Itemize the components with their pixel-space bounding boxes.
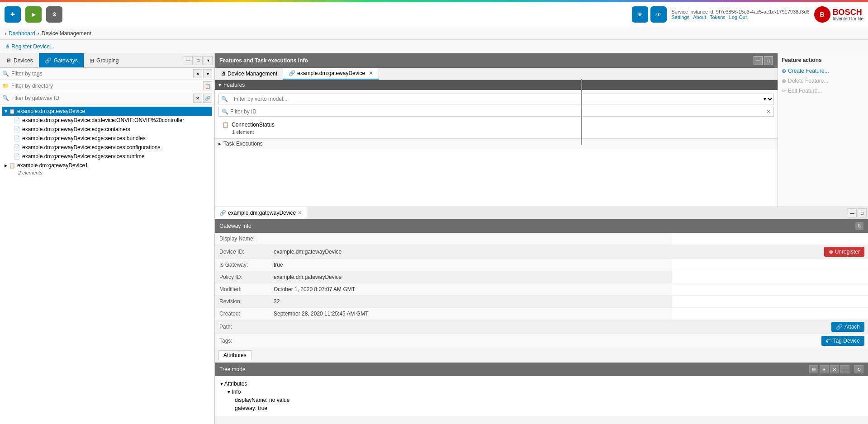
attach-button[interactable]: 🔗 Attach	[831, 322, 864, 332]
tag-device-button[interactable]: 🏷 Tag Device	[821, 336, 864, 346]
breadcrumb-sep: ›	[38, 30, 39, 37]
features-section-header[interactable]: ▾ Features	[215, 80, 778, 90]
tree-mode-btn-4[interactable]: —	[840, 365, 849, 373]
sub-tab-expand[interactable]: □	[858, 208, 867, 217]
tree-item-4[interactable]: 📄 example.dm:gatewayDevice:edge:services…	[11, 143, 212, 152]
filter-gateway-bar: 🔍 ✕ 🔗	[0, 92, 214, 104]
label-device-id: Device ID:	[215, 245, 269, 259]
vertical-divider	[581, 79, 582, 145]
filter-id-action[interactable]: ✕	[766, 108, 771, 115]
tree-root-item[interactable]: ▾ 📋 example.dm:gatewayDevice	[2, 107, 212, 116]
filter-tags-menu-btn[interactable]: ▾	[203, 69, 212, 78]
filter-id-input[interactable]	[230, 108, 766, 115]
tokens-link[interactable]: Tokens	[710, 14, 726, 20]
tree-item-2[interactable]: 📄 example.dm:gatewayDevice:edge:containe…	[11, 125, 212, 134]
filter-dir-actions: 📋	[203, 81, 212, 90]
sub-tab-minimize[interactable]: —	[848, 208, 857, 217]
settings-link[interactable]: Settings	[671, 14, 689, 20]
vorto-dropdown[interactable]: ▾	[762, 95, 773, 103]
feature-label: ConnectionStatus	[232, 122, 275, 128]
tree-mode-section: Tree mode ⊞ + ✕ — ↻ ▾ Attributes	[215, 363, 868, 416]
features-minimize-btn[interactable]: —	[754, 56, 763, 65]
tree-root2-item[interactable]: ▸ 📋 example.dm:gatewayDevice1	[2, 161, 212, 170]
tab-grouping[interactable]: ⊞ Grouping	[84, 53, 124, 67]
tree-expand-icon-2: ▸	[5, 162, 7, 169]
filter-tags-actions: ✕ ▾	[193, 69, 212, 78]
tree-child-1: 📄 example.dm:gatewayDevice:da:device:ONV…	[2, 116, 212, 161]
home-icon-btn[interactable]: ✚	[5, 6, 21, 23]
logout-link[interactable]: Log Out	[729, 14, 747, 20]
action-tag-cell: 🏷 Tag Device	[672, 334, 868, 348]
settings-icon-btn[interactable]: ⚙	[46, 6, 62, 23]
top-section: Features and Task executions Info — □ 🖥 …	[215, 53, 868, 207]
breadcrumb: › Dashboard › Device Management	[0, 27, 868, 40]
breadcrumb-dashboard[interactable]: Dashboard	[9, 30, 35, 37]
main-content: 🖥 Devices 🔗 Gateways ⊞ Grouping — □ ▾ 🔍	[0, 53, 868, 424]
tree-item-5[interactable]: 📄 example.dm:gatewayDevice:edge:services…	[11, 152, 212, 161]
tab-gateways[interactable]: 🔗 Gateways	[39, 53, 84, 67]
tree-mode-btn-2[interactable]: +	[820, 365, 829, 373]
tree-mode-btn-3[interactable]: ✕	[830, 365, 839, 373]
refresh-btn[interactable]: ↻	[855, 222, 863, 230]
label-revision: Revision:	[215, 296, 269, 308]
gateway-value: gateway: true	[235, 405, 267, 411]
tree-item-label-3: example.dm:gatewayDevice:edge:services:b…	[22, 135, 146, 141]
tree-mode-btn-1[interactable]: ⊞	[809, 365, 818, 373]
play-icon-btn[interactable]: ▶	[25, 6, 42, 23]
filter-vorto-input[interactable]	[230, 94, 762, 104]
panel-tab-gw[interactable]: 🔗 example.dm:gatewayDevice ✕	[283, 68, 379, 80]
eye-btn-1[interactable]: 👁	[632, 6, 648, 23]
task-executions-label: Task Executions	[223, 141, 263, 147]
tab-devices[interactable]: 🖥 Devices	[0, 53, 39, 67]
gateway-info-title: Gateway Info	[219, 223, 251, 229]
features-panel-header: Features and Task executions Info — □	[215, 53, 778, 68]
eye-btn-2[interactable]: 👁	[650, 6, 667, 23]
delete-feature-link[interactable]: ⊗ Delete Feature...	[782, 77, 864, 85]
sub-tab-gw-close[interactable]: ✕	[298, 210, 302, 216]
search-icon-id: 🔍	[222, 108, 228, 115]
service-links: Settings About Tokens Log Out	[671, 14, 809, 20]
header-left: ✚ ▶ ⚙	[5, 6, 62, 23]
filter-gw-connect-btn[interactable]: 🔗	[203, 94, 212, 103]
header: ✚ ▶ ⚙ 👁 👁 Service instance id: 9f7e3856-…	[0, 2, 868, 27]
label-policy-id: Policy ID:	[215, 271, 269, 283]
feature-connection-status[interactable]: 📋 ConnectionStatus	[218, 120, 774, 129]
task-executions[interactable]: ▸ Task Executions	[215, 138, 778, 149]
attach-label: Attach	[844, 324, 860, 330]
filter-tags-clear-btn[interactable]: ✕	[193, 69, 202, 78]
value-device-id: example.dm:gatewayDevice	[269, 245, 672, 259]
panel-tab-gw-close[interactable]: ✕	[369, 70, 373, 76]
sub-tab-gw[interactable]: 🔗 example.dm:gatewayDevice ✕	[215, 207, 307, 219]
filter-tags-input[interactable]	[11, 71, 193, 77]
filter-gw-clear-btn[interactable]: ✕	[193, 94, 202, 103]
left-tab-expand-btn[interactable]: □	[194, 56, 203, 65]
create-feature-link[interactable]: ⊕ Create Feature...	[782, 67, 864, 75]
attributes-tab[interactable]: Attributes	[218, 350, 251, 360]
sub-tab-actions: — □	[846, 207, 868, 219]
tree-node-info: ▾ Info	[220, 388, 863, 396]
features-expand-btn[interactable]: □	[764, 56, 773, 65]
left-tab-minimize-btn[interactable]: —	[184, 56, 193, 65]
tree-item-1[interactable]: 📄 example.dm:gatewayDevice:da:device:ONV…	[11, 116, 212, 125]
tree-item-3[interactable]: 📄 example.dm:gatewayDevice:edge:services…	[11, 134, 212, 143]
label-display-name: Display Name:	[215, 233, 269, 245]
filter-directory-input[interactable]	[11, 83, 203, 89]
features-section-title: Features	[223, 82, 245, 88]
panel-tab-dm[interactable]: 🖥 Device Management	[215, 68, 283, 80]
service-id-text: Service instance id: 9f7e3856-15d3-4ac5-…	[671, 9, 809, 14]
register-device-link[interactable]: 🖥 Register Device...	[5, 43, 54, 50]
about-link[interactable]: About	[693, 14, 706, 20]
gateways-tab-icon: 🔗	[45, 57, 52, 64]
info-table: Display Name: Device ID: example.dm:gate…	[215, 233, 868, 348]
folder-icon: 📁	[2, 83, 9, 89]
bosch-logo: B BOSCH Invented for life	[814, 6, 863, 23]
info-row-policy-id: Policy ID: example.dm:gatewayDevice	[215, 271, 868, 283]
bosch-sub: Invented for life	[833, 16, 863, 21]
filter-dir-action-btn[interactable]: 📋	[203, 81, 212, 90]
tree-mode-btn-5[interactable]: ↻	[854, 365, 863, 373]
filter-gateway-input[interactable]	[11, 95, 193, 101]
unregister-button[interactable]: ⊗ Unregister	[824, 247, 864, 257]
edit-feature-link[interactable]: ✏ Edit Feature...	[782, 87, 864, 95]
edit-feature-icon: ✏	[782, 88, 786, 94]
left-tab-close-btn[interactable]: ▾	[204, 56, 213, 65]
